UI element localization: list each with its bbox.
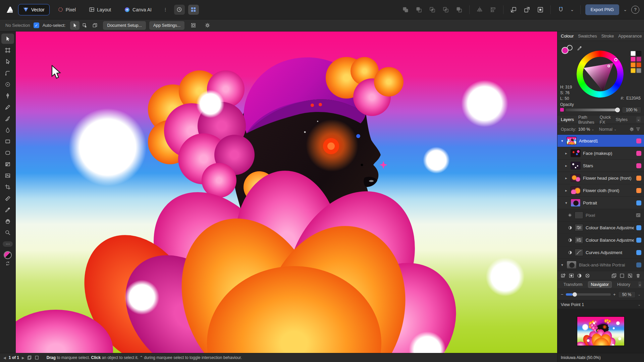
layer-row-artboard1[interactable]: ▾ Artboard1	[557, 135, 644, 147]
tab-path-brushes[interactable]: Path Brushes	[578, 115, 595, 125]
swatch[interactable]	[636, 57, 641, 62]
insert-inside-icon[interactable]	[535, 5, 546, 15]
tab-stroke[interactable]: Stroke	[601, 34, 614, 39]
chevron-down-icon[interactable]: ⌄	[638, 303, 641, 306]
export-dropdown-icon[interactable]: ⌄	[622, 7, 629, 12]
zoom-slider-knob[interactable]	[573, 292, 577, 297]
layer-row-pixel[interactable]: Pixel	[557, 209, 644, 222]
chevron-down-icon[interactable]: ⌄	[591, 127, 594, 131]
chevron-collapsed-icon[interactable]: ▸	[564, 176, 568, 180]
insert-on-top-icon[interactable]	[522, 5, 532, 15]
layer-row-colour-balance-1[interactable]: Colour Balance Adjustmen	[557, 222, 644, 234]
corner-tool[interactable]	[1, 68, 14, 78]
navigator-thumbnail[interactable]	[577, 317, 624, 346]
blend-mode-select[interactable]: Normal	[599, 127, 612, 132]
chevron-collapsed-icon[interactable]: ▸	[564, 164, 568, 168]
zoom-tool[interactable]	[1, 227, 14, 238]
new-layer-icon[interactable]	[620, 273, 625, 278]
ruler-tool[interactable]	[1, 193, 14, 203]
app-settings-button[interactable]: App Settings...	[149, 21, 184, 30]
zoom-slider[interactable]	[566, 293, 611, 296]
chevron-expanded-icon[interactable]: ▾	[560, 263, 564, 267]
swatch[interactable]	[631, 68, 636, 73]
pages-icon[interactable]	[27, 355, 32, 360]
zoom-value[interactable]: 50 %	[618, 291, 636, 298]
next-artboard-icon[interactable]: ▶	[22, 356, 24, 360]
layer-effects-icon[interactable]	[585, 273, 590, 278]
swatch[interactable]	[636, 68, 641, 73]
previous-artboard-icon[interactable]: ◀	[3, 356, 6, 360]
adjustment-layer-icon[interactable]	[577, 273, 582, 278]
node-tool[interactable]	[1, 56, 14, 67]
layer-row-flower-cloth[interactable]: ▸ Flower cloth (front)	[557, 184, 644, 197]
move-tool[interactable]	[1, 34, 14, 44]
document-setup-button[interactable]: Document Setup...	[103, 21, 146, 30]
panel-options-icon[interactable]: ⌄	[638, 282, 641, 287]
colour-picker-icon[interactable]	[577, 46, 582, 51]
chevron-collapsed-icon[interactable]: ▸	[564, 151, 568, 156]
swap-colours-icon[interactable]	[1, 260, 14, 267]
layer-filter-icon[interactable]	[636, 127, 641, 132]
tab-navigator[interactable]: Navigator	[588, 281, 612, 288]
vector-brush-tool[interactable]	[1, 113, 14, 124]
shape-tool[interactable]	[1, 147, 14, 158]
layer-row-stars[interactable]: ▸ Stars	[557, 160, 644, 172]
studio-grid-icon[interactable]	[188, 5, 199, 15]
fill-stroke-selector[interactable]	[561, 44, 575, 55]
layer-visibility-toggle[interactable]	[636, 188, 641, 193]
swatch[interactable]	[631, 51, 636, 56]
new-pixel-layer-icon[interactable]	[628, 273, 633, 278]
layer-visibility-toggle[interactable]	[636, 238, 641, 243]
single-page-icon[interactable]	[35, 355, 39, 360]
canvas-artwork[interactable]	[16, 32, 557, 353]
auto-select-checkbox[interactable]: ✓	[34, 22, 39, 28]
swatch[interactable]	[636, 62, 641, 67]
layer-visibility-toggle[interactable]	[636, 163, 641, 168]
layer-visibility-toggle[interactable]	[636, 138, 641, 143]
swatch[interactable]	[631, 57, 636, 62]
duplicate-layer-icon[interactable]	[611, 273, 616, 278]
opacity-slider[interactable]	[566, 109, 619, 111]
artboard-tool[interactable]	[1, 45, 14, 55]
layer-row-portrait[interactable]: ▾ Portrait	[557, 197, 644, 209]
pen-tool[interactable]	[1, 90, 14, 101]
settings-gear-icon[interactable]	[202, 20, 213, 31]
layer-row-face-makeup[interactable]: ▸ Face (makeup)	[557, 147, 644, 160]
canvas-viewport[interactable]	[16, 32, 557, 353]
snapping-dropdown-icon[interactable]: ⌄	[569, 7, 576, 12]
persona-tab-pixel[interactable]: Pixel	[53, 4, 81, 15]
chevron-collapsed-icon[interactable]: ▸	[564, 188, 568, 193]
tab-styles[interactable]: Styles	[616, 117, 628, 122]
persona-tab-canva-ai[interactable]: Canva AI	[119, 4, 157, 15]
chevron-expanded-icon[interactable]: ▾	[560, 139, 564, 143]
select-cursor-icon[interactable]	[70, 21, 79, 30]
snapping-icon[interactable]	[555, 5, 566, 15]
mask-layer-icon[interactable]	[569, 273, 574, 278]
persona-overflow-icon[interactable]: ⋮	[160, 5, 171, 15]
swatch[interactable]	[636, 51, 641, 56]
persona-tab-vector[interactable]: Vector	[18, 4, 50, 15]
history-icon[interactable]	[174, 5, 185, 15]
chevron-expanded-icon[interactable]: ▾	[564, 201, 568, 205]
zoom-out-icon[interactable]: −	[561, 292, 564, 297]
insert-behind-icon[interactable]	[508, 5, 519, 15]
tab-history[interactable]: History	[614, 282, 633, 288]
view-point-row[interactable]: View Point 1 ⌄	[557, 300, 644, 309]
export-png-button[interactable]: Export PNG	[585, 4, 619, 15]
layer-row-colour-balance-2[interactable]: Colour Balance Adjustmen	[557, 234, 644, 246]
tab-transform[interactable]: Transform	[561, 282, 585, 288]
layer-visibility-toggle[interactable]	[636, 176, 641, 181]
layer-row-black-and-white[interactable]: ▾ Black-and-White Portrai	[557, 259, 644, 271]
select-layer-icon[interactable]	[80, 21, 90, 30]
layer-visibility-toggle[interactable]	[636, 225, 641, 230]
pencil-tool[interactable]	[1, 102, 14, 112]
delete-layer-icon[interactable]	[636, 273, 641, 278]
fill-stroke-swatch[interactable]	[4, 251, 12, 259]
colour-wheel[interactable]	[577, 51, 624, 98]
layer-visibility-toggle[interactable]	[636, 262, 641, 267]
opacity-value[interactable]: 100 %	[622, 107, 641, 113]
layer-visibility-toggle[interactable]	[636, 200, 641, 205]
layer-visibility-toggle[interactable]	[636, 151, 641, 156]
tab-colour[interactable]: Colour	[561, 34, 574, 39]
tab-appearance[interactable]: Appearance	[618, 34, 642, 39]
